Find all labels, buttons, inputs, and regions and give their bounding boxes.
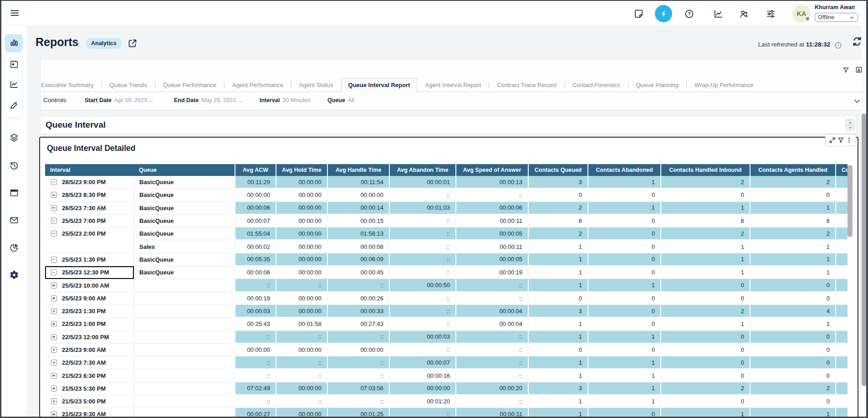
interval-cell[interactable]: 26/5/23 7:30 AM bbox=[45, 202, 134, 215]
help-icon[interactable]: ? bbox=[684, 9, 694, 19]
collapse-row-icon[interactable] bbox=[51, 257, 57, 263]
expand-icon[interactable] bbox=[829, 137, 836, 144]
mail-icon[interactable] bbox=[9, 215, 19, 225]
interval-cell[interactable]: 21/5/23 6:30 PM bbox=[45, 369, 134, 382]
collapse-row-icon[interactable] bbox=[51, 231, 57, 237]
expand-row-icon[interactable] bbox=[51, 321, 57, 327]
line-chart-icon[interactable] bbox=[713, 9, 724, 19]
gear-icon[interactable] bbox=[9, 270, 19, 280]
interval-cell[interactable]: 21/5/23 5:30 PM bbox=[45, 382, 134, 395]
column-header-avg-speed-of-answer[interactable]: Avg Speed of Answer bbox=[455, 164, 528, 176]
interval-cell[interactable]: 25/5/23 10:00 AM bbox=[45, 279, 134, 292]
expand-row-icon[interactable] bbox=[51, 360, 57, 366]
panel-filter-icon[interactable] bbox=[837, 137, 844, 144]
tab-contract-trace-record[interactable]: Contract Trace Record bbox=[489, 78, 564, 92]
expand-row-icon[interactable] bbox=[51, 373, 57, 379]
expand-row-icon[interactable] bbox=[51, 283, 57, 289]
filter-queue[interactable]: QueueAll bbox=[327, 97, 354, 103]
column-header-queue[interactable]: Queue bbox=[134, 164, 235, 176]
table-scrollbar-thumb[interactable] bbox=[848, 165, 853, 237]
interval-cell[interactable]: 25/5/23 2:00 PM bbox=[45, 227, 134, 240]
collapse-row-icon[interactable] bbox=[51, 218, 57, 224]
note-icon[interactable] bbox=[633, 9, 644, 19]
table-row: 25/5/23 1:30 PMBasicQueue00:05:3500:00:0… bbox=[45, 253, 848, 266]
tab-wrap-up-performance[interactable]: Wrap-Up Performance bbox=[687, 78, 761, 92]
tab-agent-interval-report[interactable]: Agent Interval Report bbox=[417, 78, 489, 92]
interval-cell[interactable]: 21/5/23 9:30 AM bbox=[45, 408, 134, 417]
interval-cell[interactable]: 22/5/23 1:30 PM bbox=[45, 305, 134, 318]
column-header-avg-abandon-time[interactable]: Avg Abandon Time bbox=[389, 164, 455, 176]
interval-cell[interactable] bbox=[45, 240, 134, 253]
trend-icon[interactable] bbox=[9, 79, 19, 89]
window-icon[interactable] bbox=[9, 188, 19, 198]
tab-queue-trends[interactable]: Queue Trends bbox=[102, 78, 155, 92]
column-header-interval[interactable]: Interval bbox=[45, 164, 134, 176]
brush-icon[interactable] bbox=[9, 100, 19, 110]
calendar-icon[interactable] bbox=[9, 59, 19, 69]
scroll-spinner[interactable] bbox=[846, 119, 854, 131]
tab-agent-performance[interactable]: Agent Performance bbox=[225, 78, 291, 92]
filter-start-date[interactable]: Start DateApr 09, 2023 ... bbox=[85, 97, 153, 103]
controls-collapse-chevron[interactable] bbox=[853, 97, 862, 106]
expand-row-icon[interactable] bbox=[51, 386, 57, 392]
interval-cell[interactable]: 21/5/23 5:00 PM bbox=[45, 395, 134, 408]
expand-row-icon[interactable] bbox=[51, 308, 57, 314]
tab-queue-interval-report[interactable]: Queue Interval Report bbox=[341, 78, 418, 92]
tab-executive-summary[interactable]: Executive Summary bbox=[33, 78, 102, 92]
bar-chart-icon[interactable] bbox=[9, 37, 19, 47]
filter-interval[interactable]: Interval30 Minutes bbox=[260, 97, 311, 103]
external-link-icon[interactable] bbox=[128, 38, 138, 48]
expand-row-icon[interactable] bbox=[51, 347, 57, 353]
info-icon[interactable] bbox=[834, 41, 842, 49]
interval-cell[interactable]: 28/5/23 8:30 PM bbox=[45, 189, 134, 201]
interval-cell[interactable]: 22/5/23 9:00 AM bbox=[45, 344, 134, 356]
column-header-avg-acw[interactable]: Avg ACW bbox=[235, 164, 276, 176]
pie-icon[interactable] bbox=[9, 243, 19, 253]
hamburger-menu-icon[interactable] bbox=[10, 8, 20, 18]
spinner-down-icon[interactable] bbox=[846, 125, 854, 131]
column-header-avg-handle-time[interactable]: Avg Handle Time bbox=[327, 164, 389, 176]
spinner-up-icon[interactable] bbox=[846, 120, 854, 125]
column-header-contacts-abandoned[interactable]: Contacts Abandoned bbox=[587, 164, 660, 176]
column-header-contacts-agents-handled[interactable]: Contacts Agents Handled bbox=[750, 164, 835, 176]
expand-row-icon[interactable] bbox=[51, 411, 57, 417]
collapse-row-icon[interactable] bbox=[51, 205, 57, 211]
column-header-avg-hold-time[interactable]: Avg Hold Time bbox=[276, 164, 327, 176]
expand-row-icon[interactable] bbox=[51, 295, 57, 301]
layers-icon[interactable] bbox=[9, 133, 19, 143]
interval-cell[interactable]: 28/5/23 9:00 PM bbox=[45, 176, 134, 189]
refresh-icon[interactable] bbox=[851, 36, 863, 47]
collapse-row-icon[interactable] bbox=[51, 179, 57, 185]
tab-contact-forensics[interactable]: Contact Forensics bbox=[565, 78, 628, 92]
collapse-row-icon[interactable] bbox=[51, 192, 57, 198]
interval-cell[interactable]: 22/5/23 7:30 AM bbox=[45, 356, 134, 369]
column-header-contacts-handled-inbound[interactable]: Contacts Handled Inbound bbox=[660, 164, 750, 176]
flash-insights-icon[interactable] bbox=[655, 5, 672, 22]
value-cell: :: bbox=[455, 279, 528, 292]
people-icon[interactable] bbox=[739, 9, 750, 19]
sliders-icon[interactable] bbox=[766, 9, 776, 19]
collapse-row-icon[interactable] bbox=[51, 269, 57, 275]
page-scrollbar-thumb[interactable] bbox=[862, 114, 867, 386]
report-tabs-card: Executive SummaryQueue TrendsQueue Perfo… bbox=[40, 59, 863, 110]
status-select[interactable]: Offline bbox=[815, 13, 858, 22]
interval-cell[interactable]: 25/5/23 1:30 PM bbox=[45, 253, 134, 266]
tab-agent-status[interactable]: Agent Status bbox=[291, 78, 341, 92]
interval-cell[interactable]: 22/5/23 12:00 PM bbox=[45, 331, 134, 344]
table-scrollbar[interactable] bbox=[848, 164, 853, 417]
interval-cell[interactable]: 25/5/23 12:30 PM bbox=[45, 266, 134, 279]
tab-queue-performance[interactable]: Queue Performance bbox=[155, 78, 224, 92]
expand-row-icon[interactable] bbox=[51, 334, 57, 340]
page-scrollbar[interactable] bbox=[862, 26, 868, 418]
column-header-co[interactable]: Co bbox=[835, 164, 848, 176]
interval-cell[interactable]: 25/5/23 7:00 PM bbox=[45, 215, 134, 227]
history-icon[interactable] bbox=[9, 160, 19, 170]
interval-cell[interactable]: 25/5/23 9:00 AM bbox=[45, 292, 134, 305]
filter-end-date[interactable]: End DateMay 29, 2023 ... bbox=[174, 97, 242, 103]
interval-cell[interactable]: 22/5/23 1:00 PM bbox=[45, 318, 134, 330]
tab-queue-planning[interactable]: Queue Planning bbox=[628, 78, 686, 92]
expand-row-icon[interactable] bbox=[51, 398, 57, 404]
column-header-contacts-queued[interactable]: Contacts Queued bbox=[528, 164, 587, 176]
kebab-menu-icon[interactable] bbox=[846, 137, 853, 144]
filter-icon[interactable] bbox=[842, 67, 849, 73]
